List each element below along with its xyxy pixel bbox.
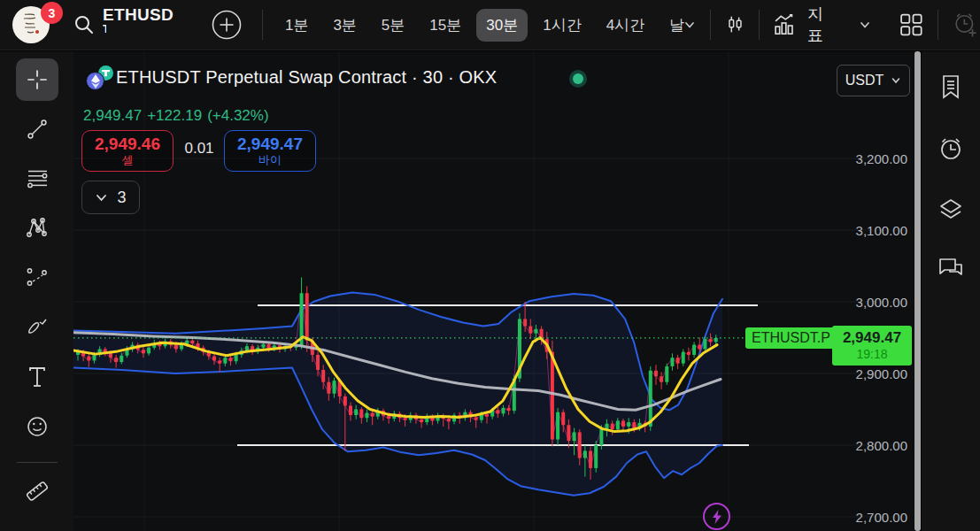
tool-fib-retracement[interactable] — [16, 158, 58, 200]
indicator-label: 지표 — [807, 4, 837, 46]
timeframe-1시간[interactable]: 1시간 — [533, 9, 590, 42]
panel-resize-handle[interactable] — [914, 51, 921, 531]
last-price: 2,949.47 — [83, 107, 142, 124]
price-change-percent: (+4.32%) — [207, 107, 268, 124]
tool-xabcd-pattern[interactable] — [16, 207, 58, 250]
symbol-label: ETHUSDT — [103, 5, 174, 44]
buy-button[interactable]: 2,949.47 바이 — [224, 130, 316, 172]
price-tick-2700: 2,700.00 — [819, 510, 907, 525]
alerts-clock-icon[interactable] — [936, 134, 966, 164]
chart-title[interactable]: ETHUSDT Perpetual Swap Contract · 30 · O… — [116, 67, 497, 88]
symbol-search[interactable]: ETHUSDT — [73, 5, 174, 44]
current-price-label: 2,949.47 19:18 — [832, 326, 912, 366]
brush-icon — [24, 314, 50, 341]
price-tick-2900: 2,900.00 — [819, 366, 907, 381]
notification-badge[interactable]: 3 — [41, 2, 63, 24]
top-toolbar: 3 ETHUSDT 1분3분5분15분30분1시간4시간날 — [0, 0, 980, 50]
tool-text[interactable] — [16, 356, 58, 398]
separator — [710, 10, 711, 40]
indicators-button[interactable]: 지표 — [772, 4, 837, 46]
chat-icon[interactable] — [935, 254, 967, 284]
watchlist-icon[interactable] — [937, 73, 965, 103]
eth-logo-icon — [86, 72, 104, 90]
separator — [938, 10, 938, 40]
positions-count: 3 — [117, 189, 126, 207]
timeframe-row: 1분3분5분15분30분1시간4시간날 — [275, 9, 678, 42]
forecast-dots-icon — [24, 265, 50, 291]
fib-lines-icon — [24, 166, 50, 191]
drawing-toolbar — [0, 51, 73, 531]
tool-brush[interactable] — [16, 306, 58, 349]
market-status-dot — [569, 70, 587, 88]
object-tree-layers-icon[interactable] — [936, 195, 966, 223]
timeframe-5분[interactable]: 5분 — [372, 9, 414, 42]
lightning-icon — [711, 509, 723, 525]
pair-logo — [84, 65, 118, 92]
chart-panel: ETHUSDT Perpetual Swap Contract · 30 · O… — [73, 51, 914, 531]
alert-add-icon[interactable] — [951, 9, 980, 41]
timeframe-3분[interactable]: 3분 — [323, 9, 366, 42]
timeframe-4시간[interactable]: 4시간 — [597, 9, 654, 42]
separator — [759, 10, 760, 40]
indicator-chart-icon — [772, 12, 799, 38]
tool-crosshair[interactable] — [16, 58, 58, 101]
indicator-chevron-down-icon[interactable] — [857, 17, 873, 33]
trend-line-icon — [25, 117, 50, 142]
price-tick-3000: 3,000.00 — [819, 295, 907, 310]
separator — [262, 10, 263, 40]
crosshair-icon — [25, 67, 50, 92]
symbol-price-tag: ETHUSDT.P — [745, 327, 837, 349]
positions-collapse-button[interactable]: 3 — [81, 181, 140, 214]
sell-button[interactable]: 2,949.46 셀 — [81, 130, 174, 172]
timeframe-chevron-down-icon[interactable] — [682, 17, 698, 33]
price-tick-3200: 3,200.00 — [819, 151, 907, 166]
tool-measure[interactable] — [16, 470, 58, 512]
tool-trend-line[interactable] — [16, 108, 58, 150]
smiley-icon — [24, 413, 50, 440]
tool-forecast[interactable] — [16, 257, 58, 299]
chevron-down-icon — [95, 191, 108, 204]
layout-grid-icon[interactable] — [898, 11, 925, 39]
add-symbol-button[interactable] — [211, 9, 243, 41]
currency-label: USDT — [845, 73, 884, 88]
timeframe-30분[interactable]: 30분 — [476, 9, 528, 42]
flash-trade-button[interactable] — [703, 503, 730, 530]
right-sidebar — [922, 51, 980, 531]
xabcd-pattern-icon — [24, 215, 50, 242]
search-icon — [73, 13, 96, 36]
currency-dropdown[interactable]: USDT — [837, 65, 910, 96]
candle-style-icon[interactable] — [723, 13, 746, 36]
timeframe-15분[interactable]: 15분 — [420, 9, 471, 42]
spread-value: 0.01 — [177, 140, 221, 158]
price-tick-3100: 3,100.00 — [819, 223, 907, 238]
timeframe-1분[interactable]: 1분 — [275, 9, 318, 42]
bar-countdown: 19:18 — [832, 348, 912, 360]
price-change: +122.19 — [147, 107, 202, 124]
toolbar-divider — [17, 462, 58, 463]
last-price-row: 2,949.47+122.19(+4.32%) — [83, 107, 274, 125]
tool-emoji[interactable] — [16, 405, 58, 448]
price-tick-2800: 2,800.00 — [819, 438, 907, 453]
text-icon — [25, 364, 50, 390]
ruler-icon — [23, 477, 51, 505]
chevron-down-icon — [891, 75, 901, 86]
